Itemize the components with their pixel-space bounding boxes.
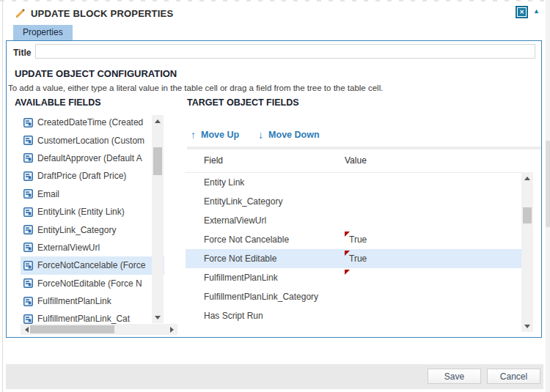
field-icon — [23, 278, 33, 288]
page-scroll-thumb[interactable] — [546, 141, 550, 227]
value-cell[interactable] — [339, 268, 521, 287]
available-field-item[interactable]: DraftPrice (Draft Price) — [21, 167, 164, 185]
section-heading: UPDATE OBJECT CONFIGURATION — [15, 68, 177, 79]
scroll-up-arrow-icon[interactable] — [521, 174, 533, 182]
available-field-label: FulfillmentPlanLink_Cat — [37, 314, 130, 324]
column-header-value: Value — [345, 155, 367, 166]
page-scrollbar[interactable] — [546, 0, 550, 392]
field-cell[interactable]: Has Script Run — [186, 311, 339, 321]
move-down-button[interactable]: ↓ Move Down — [258, 129, 319, 141]
table-row[interactable]: Force Not Cancelable True — [186, 230, 521, 249]
close-icon: ✕ — [517, 7, 527, 17]
scroll-up-arrow-icon[interactable] — [152, 117, 164, 125]
available-fields-heading: AVAILABLE FIELDS — [15, 97, 101, 108]
collapse-icon[interactable]: ▲ — [533, 8, 540, 15]
available-field-item[interactable]: CreatedDateTime (Created — [21, 115, 164, 131]
available-field-item[interactable]: ForceNotCancelable (Force — [21, 256, 164, 274]
close-button[interactable]: ✕ — [516, 6, 528, 18]
tab-properties[interactable]: Properties — [13, 25, 73, 40]
field-cell[interactable]: FulfillmentPlanLink — [186, 273, 339, 283]
update-block-properties-dialog: UPDATE BLOCK PROPERTIES ✕ ▲ Properties T… — [0, 0, 550, 392]
arrow-up-icon: ↑ — [191, 129, 196, 141]
available-field-item[interactable]: DefaultApprover (Default A — [21, 149, 164, 167]
move-down-label: Move Down — [268, 130, 319, 140]
value-cell[interactable]: True — [339, 230, 521, 249]
available-field-label: CustomerLocation (Custom — [37, 136, 144, 146]
page-left-border — [2, 0, 3, 392]
value-cell[interactable] — [339, 192, 521, 211]
title-input[interactable] — [35, 44, 535, 59]
value-cell[interactable] — [339, 287, 521, 306]
available-field-label: EntityLink_Category — [37, 225, 116, 235]
field-icon — [23, 189, 33, 199]
field-cell[interactable]: EntityLink_Category — [186, 196, 339, 207]
value-text: True — [349, 234, 367, 245]
field-cell[interactable]: Force Not Cancelable — [186, 234, 339, 245]
cancel-button[interactable]: Cancel — [487, 369, 540, 384]
scroll-down-arrow-icon[interactable] — [152, 313, 164, 322]
arrow-down-icon: ↓ — [258, 129, 263, 141]
field-cell[interactable]: ExternalViewUrl — [186, 215, 339, 226]
field-icon — [23, 225, 33, 234]
table-row[interactable]: Has Script Run — [186, 306, 521, 325]
available-field-label: DefaultApprover (Default A — [37, 153, 142, 163]
field-icon — [23, 261, 33, 270]
available-field-item[interactable]: ExternalViewUrl — [21, 239, 164, 256]
field-icon — [23, 153, 33, 163]
available-field-label: CreatedDateTime (Created — [37, 117, 143, 127]
page-top-border — [0, 0, 550, 1]
modified-marker-icon — [345, 232, 350, 237]
available-vertical-scrollbar[interactable] — [152, 115, 164, 323]
scroll-thumb[interactable] — [153, 147, 162, 175]
value-cell[interactable]: True — [339, 249, 521, 268]
value-cell[interactable] — [339, 211, 521, 230]
available-field-label: FulfillmentPlanLink — [37, 296, 111, 306]
field-cell[interactable]: Entity Link — [186, 177, 339, 188]
save-button[interactable]: Save — [428, 369, 481, 384]
available-field-item[interactable]: Email — [21, 185, 164, 203]
move-up-button[interactable]: ↑ Move Up — [191, 129, 239, 141]
scroll-right-arrow-icon[interactable] — [167, 324, 176, 335]
field-icon — [23, 171, 33, 181]
field-icon — [23, 207, 33, 217]
available-field-label: EntityLink (Entity Link) — [37, 207, 125, 217]
field-cell[interactable]: FulfillmentPlanLink_Category — [186, 292, 339, 302]
table-row[interactable]: Force Not Editable True — [186, 249, 521, 268]
column-header-field: Field — [204, 155, 223, 166]
table-row[interactable]: FulfillmentPlanLink_Category — [186, 287, 521, 306]
available-field-item[interactable]: CustomerLocation (Custom — [21, 131, 164, 149]
title-label: Title — [13, 48, 31, 58]
field-icon — [23, 243, 33, 252]
modified-marker-icon — [345, 270, 350, 275]
available-field-item[interactable]: EntityLink (Entity Link) — [21, 203, 164, 221]
scroll-thumb[interactable] — [30, 325, 114, 333]
field-cell[interactable]: Force Not Editable — [186, 254, 339, 264]
target-vertical-scrollbar[interactable] — [521, 172, 533, 332]
value-cell[interactable] — [339, 306, 521, 325]
scroll-down-arrow-icon[interactable] — [521, 322, 533, 330]
pencil-icon — [15, 8, 26, 19]
table-row[interactable]: Entity Link — [186, 173, 521, 192]
table-row[interactable]: EntityLink_Category — [186, 192, 521, 211]
available-field-label: ForceNotEditable (Force N — [37, 278, 142, 289]
table-row[interactable]: FulfillmentPlanLink — [186, 268, 521, 287]
section-description: To add a value, either type a literal va… — [8, 84, 383, 92]
available-field-item[interactable]: EntityLink_Category — [21, 221, 164, 238]
dialog-title: UPDATE BLOCK PROPERTIES — [31, 8, 173, 19]
table-row[interactable]: ExternalViewUrl — [186, 211, 521, 230]
scroll-thumb[interactable] — [523, 207, 532, 223]
available-field-item[interactable]: ForceNotEditable (Force N — [21, 275, 164, 292]
available-horizontal-scrollbar[interactable] — [21, 324, 177, 335]
field-icon — [23, 297, 33, 306]
available-field-label: ExternalViewUrl — [37, 243, 100, 253]
available-field-label: ForceNotCancelable (Force — [37, 260, 145, 270]
value-text: True — [349, 254, 367, 264]
target-toolbar: ↑ Move Up ↓ Move Down — [191, 127, 320, 143]
toolbar-separator — [187, 147, 541, 149]
available-field-item[interactable]: FulfillmentPlanLink — [21, 292, 164, 310]
dialog-header: UPDATE BLOCK PROPERTIES — [15, 6, 173, 21]
field-icon — [23, 136, 33, 145]
field-icon — [23, 118, 33, 127]
modified-marker-icon — [345, 251, 350, 256]
value-cell[interactable] — [339, 173, 521, 192]
